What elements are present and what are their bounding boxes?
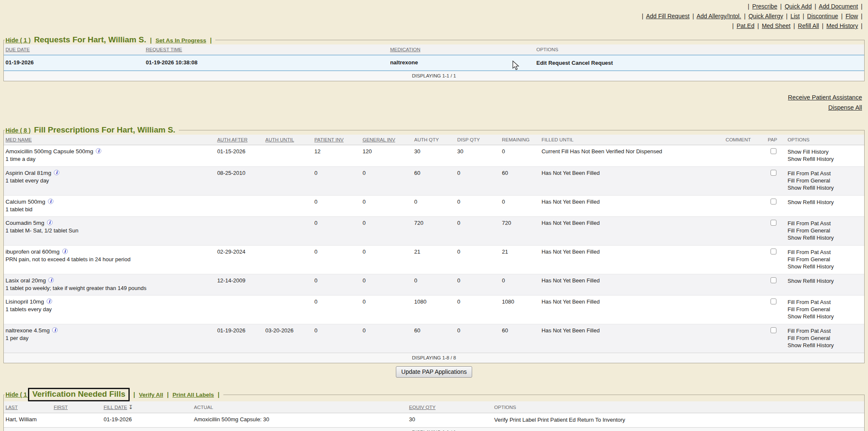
auth-until-cell — [264, 196, 313, 217]
med-name-link[interactable]: naltrexone 4.5mg — [6, 327, 50, 334]
print-patient-ed-link[interactable]: Print Patient Ed — [537, 417, 576, 423]
col-auth-after[interactable]: AUTH AFTER — [217, 137, 248, 142]
pap-checkbox[interactable] — [771, 277, 776, 283]
requests-legend: Hide ( 1 ) Requests For Hart, William S.… — [5, 35, 215, 44]
col-medication[interactable]: MEDICATION — [390, 47, 420, 52]
col-request-time[interactable]: REQUEST TIME — [146, 47, 182, 52]
return-to-inventory-link[interactable]: Return To Inventory — [577, 417, 625, 423]
hide-requests-link[interactable]: Hide ( 1 ) — [6, 37, 31, 44]
med-name-link[interactable]: Amoxicillin 500mg Capsule 500mg — [6, 148, 93, 155]
show-refill-history-link[interactable]: Show Refill History — [787, 313, 862, 320]
med-name-link[interactable]: Calcium 500mg — [6, 199, 45, 205]
verify-link[interactable]: Verify — [494, 417, 508, 423]
pap-checkbox[interactable] — [771, 148, 776, 154]
nav-link-quick-allergy[interactable]: Quick Allergy — [748, 13, 783, 19]
receive-patient-assistance-link[interactable]: Receive Patient Assistance — [788, 94, 862, 101]
separator: | — [167, 391, 169, 398]
nav-link-pated[interactable]: Pat.Ed — [737, 22, 754, 29]
col-med-name[interactable]: MED NAME — [6, 137, 32, 142]
info-icon[interactable]: i — [47, 298, 52, 304]
patient-inv-cell: 0 — [313, 167, 361, 196]
col-due-date[interactable]: DUE DATE — [6, 47, 30, 52]
print-label-link[interactable]: Print Label — [509, 417, 536, 423]
show-refill-history-link[interactable]: Show Refill History — [787, 199, 862, 206]
dispense-all-link[interactable]: Dispense All — [828, 104, 862, 111]
fill-from-general-link[interactable]: Fill From General — [787, 256, 862, 263]
set-as-in-progress-link[interactable]: Set As In Progress — [156, 37, 206, 44]
filled-until-cell: Current Fill Has Not Been Verified Nor D… — [540, 145, 724, 167]
requests-section-title: Requests For Hart, William S. — [34, 35, 146, 44]
col-general-inv[interactable]: GENERAL INV — [362, 137, 395, 142]
nav-link-add-allergy-intol[interactable]: Add Allergy/Intol. — [697, 13, 741, 19]
col-first[interactable]: FIRST — [54, 405, 68, 410]
verify-all-link[interactable]: Verify All — [139, 392, 163, 398]
nav-link-add-document[interactable]: Add Document — [819, 3, 858, 10]
show-fill-history-link[interactable]: Show Fill History — [787, 148, 862, 155]
info-icon[interactable]: i — [62, 249, 68, 254]
info-icon[interactable]: i — [52, 327, 58, 333]
fill-from-pat-asst-link[interactable]: Fill From Pat Asst — [787, 298, 862, 306]
med-name-link[interactable]: Coumadin 5mg — [6, 220, 45, 226]
col-patient-inv[interactable]: PATIENT INV — [314, 137, 344, 142]
first-name-cell — [52, 413, 102, 428]
fill-options-cell: Show Fill History Show Refill History — [786, 145, 864, 167]
med-name-link[interactable]: ibuprofen oral 600mg — [6, 249, 60, 255]
fill-from-general-link[interactable]: Fill From General — [787, 306, 862, 313]
hide-verification-link[interactable]: Hide ( 1 ) — [6, 391, 31, 398]
fill-from-general-link[interactable]: Fill From General — [787, 334, 862, 342]
print-all-labels-link[interactable]: Print All Labels — [172, 392, 214, 398]
nav-link-med-history[interactable]: Med History — [826, 22, 858, 29]
disp-qty-cell: 0 — [456, 217, 501, 246]
pap-checkbox[interactable] — [771, 298, 776, 304]
nav-link-flow[interactable]: Flow — [846, 13, 858, 19]
fill-from-general-link[interactable]: Fill From General — [787, 177, 862, 184]
med-name-link[interactable]: Lasix oral 20mg — [6, 277, 46, 284]
fill-from-pat-asst-link[interactable]: Fill From Pat Asst — [787, 220, 862, 227]
hide-fill-link[interactable]: Hide ( 8 ) — [6, 127, 31, 134]
show-refill-history-link[interactable]: Show Refill History — [787, 263, 862, 270]
show-refill-history-link[interactable]: Show Refill History — [787, 184, 862, 191]
request-row[interactable]: 01-19-2026 01-19-2026 10:38:08 naltrexon… — [4, 55, 864, 71]
col-fill-date[interactable]: FILL DATE — [103, 405, 127, 410]
info-icon[interactable]: i — [48, 199, 53, 204]
nav-link-list[interactable]: List — [790, 13, 800, 19]
verification-header-row: LAST FIRST FILL DATE↧ ACTUAL EQUIV QTY O… — [4, 401, 864, 413]
col-actual: ACTUAL — [194, 405, 213, 410]
edit-request-link[interactable]: Edit Request — [536, 60, 570, 66]
pap-checkbox[interactable] — [771, 170, 776, 176]
nav-link-add-fill-request[interactable]: Add Fill Request — [646, 13, 690, 19]
cancel-request-link[interactable]: Cancel Request — [572, 60, 613, 66]
info-icon[interactable]: i — [48, 277, 54, 283]
pap-checkbox[interactable] — [771, 327, 776, 333]
nav-link-prescribe[interactable]: Prescribe — [752, 3, 777, 10]
med-name-link[interactable]: Lisinopril 10mg — [6, 298, 44, 305]
auth-until-cell — [264, 246, 313, 274]
auth-until-cell — [264, 274, 313, 296]
nav-link-quick-add[interactable]: Quick Add — [785, 3, 812, 10]
nav-link-discontinue[interactable]: Discontinue — [807, 13, 838, 19]
fill-from-general-link[interactable]: Fill From General — [787, 227, 862, 234]
show-refill-history-link[interactable]: Show Refill History — [787, 234, 862, 241]
fill-from-pat-asst-link[interactable]: Fill From Pat Asst — [787, 327, 862, 334]
auth-after-cell: 08-25-2010 — [215, 167, 264, 196]
col-last[interactable]: LAST — [6, 405, 18, 410]
info-icon[interactable]: i — [47, 220, 53, 225]
fill-from-pat-asst-link[interactable]: Fill From Pat Asst — [787, 170, 862, 177]
pap-checkbox[interactable] — [771, 199, 776, 204]
show-refill-history-link[interactable]: Show Refill History — [787, 342, 862, 349]
info-icon[interactable]: i — [96, 148, 101, 154]
pap-checkbox[interactable] — [771, 249, 776, 254]
col-auth-until[interactable]: AUTH UNTIL — [265, 137, 294, 142]
nav-link-med-sheet[interactable]: Med Sheet — [762, 22, 790, 29]
fill-from-pat-asst-link[interactable]: Fill From Pat Asst — [787, 249, 862, 256]
update-pap-applications-button[interactable]: Update PAP Applications — [396, 366, 472, 378]
show-refill-history-link[interactable]: Show Refill History — [787, 277, 862, 285]
pap-button-row: Update PAP Applications — [0, 363, 868, 382]
show-refill-history-link[interactable]: Show Refill History — [787, 155, 862, 163]
pap-checkbox[interactable] — [771, 220, 776, 226]
nav-link-refill-all[interactable]: Refill All — [798, 22, 819, 29]
info-icon[interactable]: i — [54, 170, 59, 175]
med-name-link[interactable]: Aspirin Oral 81mg — [6, 170, 51, 176]
col-equiv-qty[interactable]: EQUIV QTY — [409, 405, 436, 410]
disp-qty-cell: 0 — [456, 274, 501, 296]
